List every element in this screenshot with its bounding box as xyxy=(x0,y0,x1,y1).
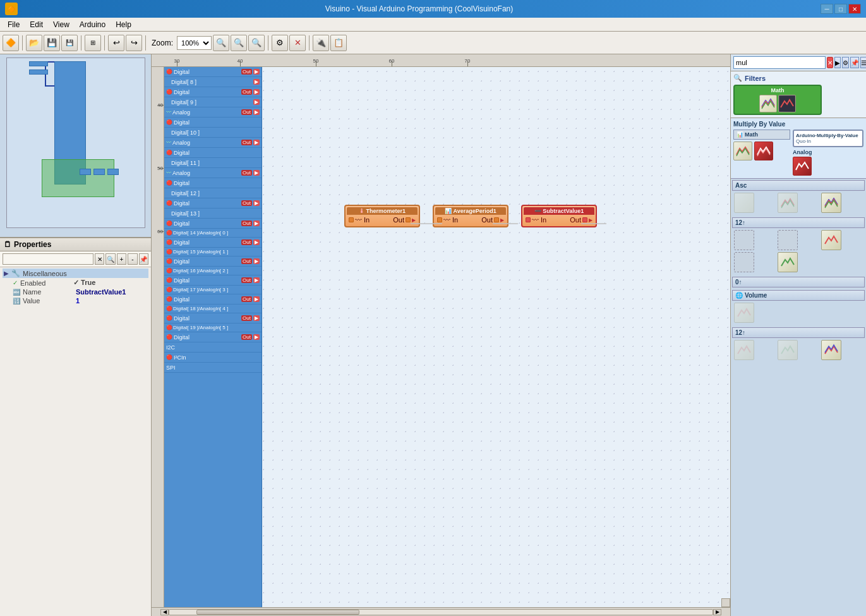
avgperiod-out-port[interactable]: Out ▶ xyxy=(481,216,504,224)
comp-row-d15a1: 🔴 Digital[ 15 ]/AnalogIn[ 1 ] xyxy=(164,248,262,257)
toolbar-undo[interactable]: ↩ xyxy=(108,35,124,51)
search-list-btn[interactable]: ☰ xyxy=(860,57,866,68)
multiply-icon-1[interactable] xyxy=(733,142,752,160)
thermometer-node[interactable]: 🌡 Thermometer1 〰 In Out ▶ xyxy=(344,205,420,227)
lib-section-num2-header[interactable]: 0↑ xyxy=(732,277,865,287)
menu-view[interactable]: View xyxy=(48,19,75,30)
num3-icon-3[interactable] xyxy=(821,340,841,360)
multiply-math-icon: 📊 xyxy=(737,131,743,138)
properties-tree: ▶ 🔧 Miscellaneous ✓ Enabled ✓ True 🔤 Nam… xyxy=(0,267,151,306)
minimize-button[interactable]: ─ xyxy=(821,4,833,14)
zoom-select[interactable]: 100% 75% 125% xyxy=(177,36,212,50)
properties-tree-collapse[interactable]: - xyxy=(128,253,137,265)
lib-section-vol-header[interactable]: 🌐 Volume xyxy=(732,290,865,301)
multiply-section: Multiply By Value 📊 Math xyxy=(731,118,866,179)
scroll-right-btn[interactable]: ▶ xyxy=(713,609,721,615)
avgperiod-in-port[interactable]: 〰 In xyxy=(437,216,458,224)
menu-help[interactable]: Help xyxy=(111,19,136,30)
search-go-button[interactable]: ▶ xyxy=(834,57,841,68)
math-icon-1[interactable] xyxy=(759,95,777,112)
close-button[interactable]: ✕ xyxy=(848,4,861,14)
num-icon-2[interactable] xyxy=(778,230,798,250)
thermometer-in-port[interactable]: 〰 In xyxy=(349,216,370,224)
properties-pin[interactable]: 📌 xyxy=(139,253,148,265)
menu-arduino[interactable]: Arduino xyxy=(75,19,111,30)
props-misc-label: Miscellaneous xyxy=(23,270,73,277)
zoom-in[interactable]: 🔍 xyxy=(213,35,229,51)
num-icon-3[interactable] xyxy=(821,230,841,250)
num-label: 12↑ xyxy=(735,219,745,226)
search-pin-btn[interactable]: 📌 xyxy=(850,57,859,68)
toolbar-upload[interactable]: ✕ xyxy=(289,35,306,51)
zoom-fit[interactable]: 🔍 xyxy=(248,35,265,51)
num-icons-grid xyxy=(732,228,865,274)
maximize-button[interactable]: □ xyxy=(834,4,847,14)
analog-icon-1[interactable] xyxy=(793,157,812,176)
canvas-main[interactable]: 🔴 Digital Out ▶ Digital[ 8 ] ▶ 🔴 Digital… xyxy=(164,67,730,607)
component-search-input[interactable] xyxy=(733,56,826,69)
num3-icon-1[interactable] xyxy=(734,340,754,360)
toolbar-save2[interactable]: 💾 xyxy=(61,35,78,51)
lib-section-num3-header[interactable]: 12↑ xyxy=(732,327,865,338)
filters-title: Filters xyxy=(745,75,766,82)
properties-tree-expand[interactable]: + xyxy=(117,253,126,265)
thermometer-node-ports: 〰 In Out ▶ xyxy=(347,215,418,225)
ruler-label-60: 60 xyxy=(389,58,395,64)
math-filter-card[interactable]: Math xyxy=(733,85,822,115)
ruler-v-label-50: 50 xyxy=(157,166,163,171)
lib-section-asc-header[interactable]: Asc xyxy=(732,180,865,191)
search-clear-button[interactable]: ✕ xyxy=(827,57,833,68)
comp-row-digital5: 🔴 Digital xyxy=(164,178,262,188)
num-icon-1[interactable] xyxy=(734,230,754,250)
toolbar-redo[interactable]: ↪ xyxy=(126,35,142,51)
menu-bar: File Edit View Arduino Help xyxy=(0,18,866,32)
scroll-left-btn[interactable]: ◀ xyxy=(160,609,169,615)
vol-icon-1[interactable] xyxy=(734,303,754,323)
properties-search-clear[interactable]: ✕ xyxy=(95,253,104,265)
avgperiod-node[interactable]: 📊 AveragePeriod1 〰 In Out ▶ xyxy=(433,205,508,227)
canvas-scrollbar-h[interactable]: ◀ ▶ xyxy=(152,607,730,616)
vol-label: Volume xyxy=(745,292,767,299)
math-icon-2[interactable] xyxy=(778,95,796,112)
comp-row-digital7: 🔴 Digital Out ▶ xyxy=(164,219,262,229)
toolbar-new[interactable]: 🔶 xyxy=(3,35,19,51)
subtract-node[interactable]: ➖ SubtractValue1 〰 In Out ▶ xyxy=(521,205,597,227)
filters-header: 🔍 Filters xyxy=(733,74,863,82)
toolbar-grid[interactable]: ⊞ xyxy=(85,35,101,51)
lib-section-num-header[interactable]: 12↑ xyxy=(732,217,865,228)
lib-section-num3: 12↑ xyxy=(732,327,865,362)
ruler-v-label-40: 40 xyxy=(157,102,163,108)
toolbar-arduino[interactable]: 🔌 xyxy=(313,35,329,51)
asc-icon-3[interactable] xyxy=(821,193,841,213)
properties-search-input[interactable] xyxy=(3,253,93,265)
asc-icon-1[interactable] xyxy=(734,193,754,213)
scrollbar-h-thumb[interactable] xyxy=(196,610,359,615)
props-enabled-label: Enabled xyxy=(20,279,71,287)
multiply-panel-card[interactable]: Arduino·Multiply·By·Value Quo·In xyxy=(793,130,863,147)
comp-row-digital10: 🔴 Digital Out ▶ xyxy=(164,275,262,286)
asc-icon-2[interactable] xyxy=(778,193,798,213)
toolbar-board[interactable]: 📋 xyxy=(330,35,347,51)
subtract-in-port[interactable]: 〰 In xyxy=(526,216,546,224)
toolbar-sep3 xyxy=(104,35,105,51)
toolbar-save[interactable]: 💾 xyxy=(44,35,60,51)
num-icon-4[interactable] xyxy=(734,252,754,272)
thermometer-out-label: Out xyxy=(393,216,404,224)
asc-icons-grid xyxy=(732,191,865,215)
toolbar-open[interactable]: 📂 xyxy=(26,35,42,51)
search-options-btn[interactable]: ⚙ xyxy=(842,57,849,68)
subtract-out-port[interactable]: Out ▶ xyxy=(570,216,592,224)
properties-search-go[interactable]: 🔍 xyxy=(105,253,115,265)
zoom-out[interactable]: 🔍 xyxy=(231,35,247,51)
num3-icon-2[interactable] xyxy=(778,340,798,360)
properties-misc-row[interactable]: ▶ 🔧 Miscellaneous xyxy=(3,269,148,278)
menu-edit[interactable]: Edit xyxy=(25,19,48,30)
props-expand-icon: ▶ xyxy=(4,270,9,277)
multiply-icon-2[interactable] xyxy=(754,142,773,160)
scrollbar-h-track[interactable] xyxy=(169,609,713,615)
num-icon-5[interactable] xyxy=(778,252,798,272)
toolbar-compile[interactable]: ⚙ xyxy=(272,35,288,51)
comp-row-digital4: 🔴 Digital xyxy=(164,148,262,158)
thermometer-out-port[interactable]: Out ▶ xyxy=(393,216,416,224)
menu-file[interactable]: File xyxy=(3,19,25,30)
